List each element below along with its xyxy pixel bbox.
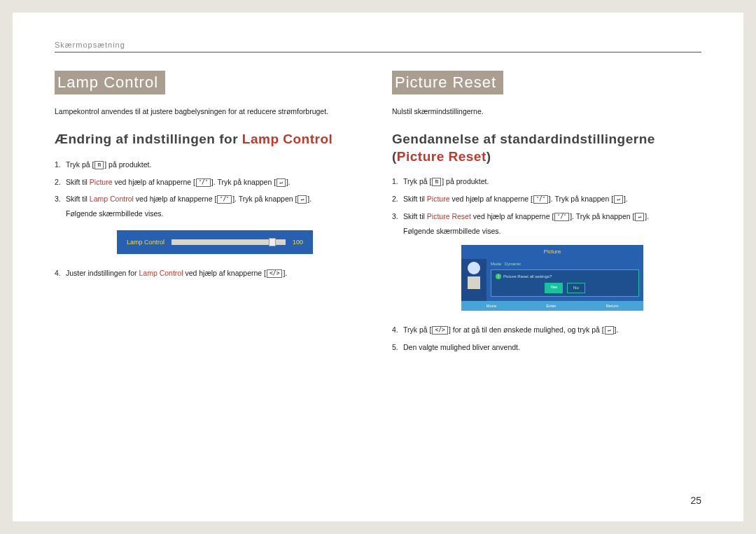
updown-icon: ˄/˅: [196, 178, 211, 187]
updown-icon: ˄/˅: [533, 195, 548, 204]
mock-lamp-value: 100: [293, 237, 303, 248]
header-rule: [55, 52, 701, 52]
two-column-layout: Lamp Control Lampekontrol anvendes til a…: [55, 71, 701, 358]
mock-reset-title: Picture: [461, 245, 643, 259]
enter-icon: ↵: [298, 195, 307, 204]
mock-dialog: !Picture Reset all settings? Yes No: [491, 269, 639, 297]
step-2: Skift til Picture ved hjælp af knapperne…: [55, 176, 364, 189]
left-column: Lamp Control Lampekontrol anvendes til a…: [55, 71, 364, 358]
step-1: Tryk på [m] på produktet.: [392, 175, 701, 188]
picture-reset-title: Picture Reset: [392, 71, 503, 94]
picture-reset-subhead: Gendannelse af standardindstillingerne (…: [392, 131, 701, 165]
lamp-control-subhead: Ændring af indstillingen for Lamp Contro…: [55, 131, 364, 148]
enter-icon: ↵: [276, 178, 286, 187]
mock-lamp-thumb: [269, 238, 276, 246]
step-2: Skift til Picture ved hjælp af knapperne…: [392, 192, 701, 206]
mock-yes-button: Yes: [545, 283, 563, 293]
mock-sidebar-icon: [468, 276, 480, 289]
step-1: Tryk på [m] på produktet.: [55, 158, 364, 171]
right-column: Picture Reset Nulstil skærmindstillinger…: [392, 71, 701, 358]
page-number: 25: [690, 495, 701, 506]
lamp-control-mockup: Lamp Control 100: [117, 230, 313, 254]
picture-reset-steps: Tryk på [m] på produktet. Skift til Pict…: [392, 175, 701, 354]
updown-icon: ˄/˅: [217, 195, 232, 204]
step-4: Juster indstillingen for Lamp Control ve…: [55, 267, 364, 280]
mock-lamp-label: Lamp Control: [127, 237, 164, 248]
mock-footer: Move Enter Return: [461, 301, 643, 311]
step-5: Den valgte mulighed bliver anvendt.: [392, 341, 701, 354]
mock-lamp-slider: [172, 239, 286, 245]
lamp-control-title: Lamp Control: [55, 71, 165, 94]
enter-icon: ↵: [635, 213, 644, 221]
info-icon: !: [496, 274, 501, 279]
document-page: Skærmopsætning Lamp Control Lampekontrol…: [13, 13, 743, 521]
step-3: Skift til Lamp Control ved hjælp af knap…: [55, 192, 364, 254]
menu-icon: m: [432, 178, 441, 186]
mock-no-button: No: [567, 283, 585, 293]
leftright-icon: </>: [432, 326, 447, 335]
updown-icon: ˄/˅: [554, 213, 569, 221]
picture-reset-mockup: Picture Mode Dynamic !Picture Reset all …: [461, 245, 643, 311]
leftright-icon: </>: [267, 269, 282, 278]
step-4: Tryk på [</>] for at gå til den ønskede …: [392, 323, 701, 337]
step-3: Skift til Picture Reset ved hjælp af kna…: [392, 210, 701, 311]
lamp-control-intro: Lampekontrol anvendes til at justere bag…: [55, 107, 364, 115]
section-header: Skærmopsætning: [55, 41, 701, 49]
lamp-control-steps: Tryk på [m] på produktet. Skift til Pict…: [55, 158, 364, 280]
enter-icon: ↵: [614, 195, 623, 204]
mock-sidebar: [461, 259, 486, 301]
mock-sidebar-icon: [468, 262, 480, 274]
menu-icon: m: [94, 161, 104, 169]
picture-reset-intro: Nulstil skærmindstillingerne.: [392, 107, 701, 115]
enter-icon: ↵: [605, 326, 614, 335]
